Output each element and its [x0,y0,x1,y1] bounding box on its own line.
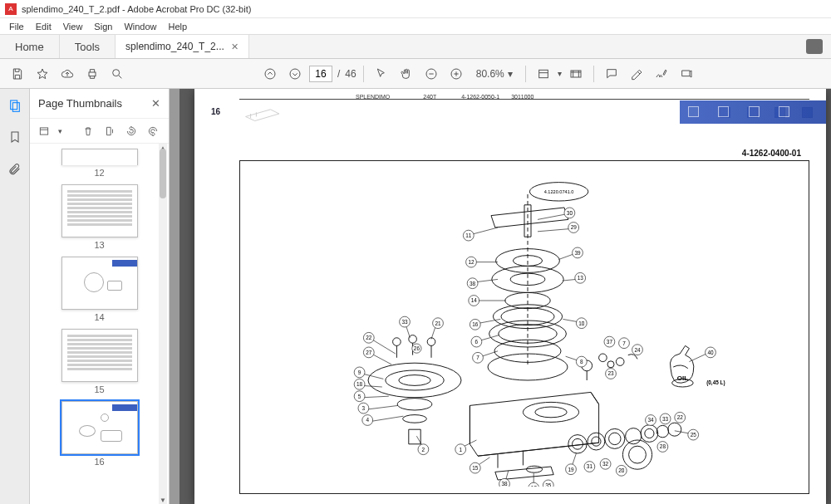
close-panel-icon[interactable]: ✕ [151,97,160,110]
thumbnails-panel: Page Thumbnails ✕ ▾ 12 13 [30,89,170,504]
print-icon[interactable] [81,63,103,85]
separator [593,66,594,82]
rail-thumbnails-icon[interactable] [7,97,23,114]
menu-view[interactable]: View [59,21,87,32]
share-feedback-icon[interactable] [806,39,823,54]
svg-text:33: 33 [401,319,408,325]
svg-text:28: 28 [660,443,666,449]
svg-text:20: 20 [618,467,625,473]
thumbnails-list[interactable]: 12 13 14 [30,144,169,504]
svg-text:34: 34 [647,417,654,423]
thumbnails-header: Page Thumbnails ✕ [30,89,169,119]
zoom-select[interactable]: 80.6% ▾ [470,65,519,83]
thumb-rotate-cw-icon[interactable] [145,124,160,139]
tab-tools[interactable]: Tools [60,35,116,58]
svg-point-29 [409,335,417,344]
thumb-item[interactable]: 16 [61,401,138,467]
menu-help[interactable]: Help [165,21,192,32]
scroll-down-icon[interactable]: ▼ [159,496,167,504]
oil-volume: (0,45 L) [706,379,725,386]
search-icon[interactable] [106,63,128,85]
svg-point-3 [290,69,300,79]
document-viewport[interactable]: SPLENDIMO 240T 4-1262-0050-1 3011000 16 [170,89,831,504]
rail-bookmark-icon[interactable] [7,129,23,145]
svg-text:25: 25 [691,432,697,438]
cloud-upload-icon[interactable] [57,63,78,85]
thumb-item[interactable]: 15 [61,329,138,394]
tab-close-icon[interactable]: ✕ [231,42,238,52]
thumb-item[interactable]: 12 [61,149,138,178]
menu-bar: File Edit View Sign Window Help [0,18,831,34]
assembly-ref: 4.1220.0741.0 [544,189,574,194]
main-toolbar: / 46 80.6% ▾ ▾ [0,59,831,89]
pdf-page: SPLENDIMO 240T 4-1262-0050-1 3011000 16 [194,89,826,504]
window-title: splendimo_240_T_2.pdf - Adobe Acrobat Pr… [22,4,251,14]
svg-text:13: 13 [578,275,584,281]
highlight-icon[interactable] [626,63,647,85]
menu-edit[interactable]: Edit [32,21,56,32]
chevron-down-icon: ▾ [508,68,513,80]
svg-text:1: 1 [459,447,462,453]
svg-text:2: 2 [422,447,425,453]
menu-file[interactable]: File [5,21,28,32]
svg-text:21: 21 [435,321,441,326]
save-icon[interactable] [7,63,28,85]
scroll-thumb[interactable] [160,149,166,198]
thumb-item[interactable]: 14 [61,257,138,322]
svg-point-44 [668,423,681,436]
svg-line-58 [362,374,384,379]
rail-attachment-icon[interactable] [7,160,23,177]
read-mode-icon[interactable] [565,63,587,85]
svg-text:37: 37 [607,339,613,345]
chevron-down-icon[interactable]: ▾ [58,127,62,135]
svg-line-163 [675,431,690,433]
page-number-input[interactable] [309,66,332,82]
page-indicator: / 46 [309,66,356,82]
svg-text:17: 17 [531,485,538,487]
prev-page-sliver [170,89,179,504]
svg-point-33 [526,466,542,472]
band-square [779,106,789,117]
comment-icon[interactable] [601,63,622,85]
thumb-item[interactable]: 13 [61,184,138,250]
thumbnails-scrollbar[interactable]: ▲ ▼ [159,144,167,504]
fit-width-icon[interactable] [533,63,554,85]
svg-point-25 [399,375,430,386]
svg-point-49 [607,361,614,368]
svg-line-70 [370,416,403,421]
sign-icon[interactable] [651,63,672,85]
menu-sign[interactable]: Sign [90,21,116,32]
zoom-out-icon[interactable] [420,63,442,85]
thumb-options-icon[interactable] [37,124,52,139]
tab-document[interactable]: splendimo_240_T_2... ✕ [116,35,249,58]
thumb-page-number: 13 [94,240,104,250]
svg-point-48 [599,354,607,362]
svg-line-76 [431,327,435,339]
thumb-rotate-ccw-icon[interactable] [124,124,139,139]
star-icon[interactable] [32,63,53,85]
stamp-icon[interactable] [676,63,697,85]
svg-line-61 [362,385,382,387]
svg-point-41 [641,425,658,443]
tab-strip: Home Tools splendimo_240_T_2... ✕ [0,34,831,59]
app-icon: A [5,3,17,15]
hand-tool-icon[interactable] [396,63,417,85]
page-down-icon[interactable] [284,63,306,85]
svg-rect-7 [571,71,581,77]
svg-line-55 [371,354,391,365]
thumb-extract-icon[interactable] [102,124,117,139]
thumb-delete-icon[interactable] [81,124,96,139]
svg-point-45 [622,440,652,469]
tab-home[interactable]: Home [0,35,60,58]
svg-text:9: 9 [358,369,361,375]
selection-tool-icon[interactable] [371,63,392,85]
menu-window[interactable]: Window [120,21,160,32]
zoom-in-icon[interactable] [445,63,467,85]
svg-point-36 [588,433,605,450]
svg-line-105 [538,214,566,219]
band-square [718,106,729,117]
svg-point-38 [605,428,625,448]
band-square [688,106,699,117]
chevron-down-icon[interactable]: ▾ [558,69,562,78]
page-up-icon[interactable] [259,63,281,85]
